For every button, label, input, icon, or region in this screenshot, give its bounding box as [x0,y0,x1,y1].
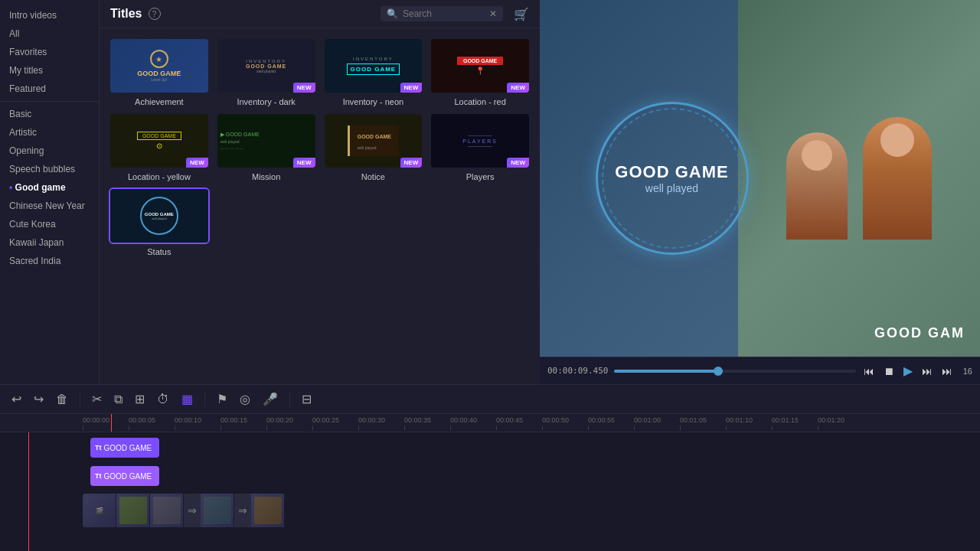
title-card-notice[interactable]: GOOD GAME well played NEW Notice [323,112,424,181]
video-clip[interactable]: 🎬 ⇒ ⇒ [83,494,297,527]
title-thumb-notice: GOOD GAME well played NEW [323,112,424,169]
sidebar-item-cute-korea[interactable]: Cute Korea [0,215,99,233]
title-thumb-location-yellow: GOOD GAME ⊙ NEW [109,112,210,169]
ruler-mark-2: 00:00:10 [175,416,220,430]
toolbar-separator-3 [289,392,290,407]
new-badge-notice: NEW [400,158,423,168]
sidebar-item-sacred-india[interactable]: Sacred India [0,252,99,270]
undo-button[interactable]: ↩ [9,390,24,409]
titles-grid: ★ GOOD GAME Level Up! Achievement [100,28,540,266]
preview-people-bg [738,0,980,357]
ruler-mark-10: 00:00:50 [542,416,588,430]
play-button[interactable]: ▶ [902,362,914,380]
audio-button[interactable]: 🎤 [260,390,280,409]
sidebar-item-artistic[interactable]: Artistic [0,123,99,142]
sidebar-divider [0,101,99,102]
transition-icon-2[interactable]: ⇒ [234,494,251,527]
title-card-achievement[interactable]: ★ GOOD GAME Level Up! Achievement [109,37,210,106]
timeline-ruler: 00:00:00 00:00:05 00:00:10 00:00:15 00:0… [0,414,980,432]
ruler-mark-4: 00:00:20 [266,416,312,430]
title-card-location-red[interactable]: GOOD GAME 📍 NEW Location - red [430,37,531,106]
title-track-row-2: Tt GOOD GAME [83,463,980,487]
playback-slider[interactable] [614,370,855,373]
video-segment-4 [251,494,285,527]
title-label-status: Status [147,247,171,256]
title-card-location-yellow[interactable]: GOOD GAME ⊙ NEW Location - yellow [109,112,210,181]
sidebar-item-good-game[interactable]: Good game [0,178,99,197]
title-thumb-achievement: ★ GOOD GAME Level Up! [109,37,210,94]
title-card-inventory-dark[interactable]: INVENTORY GOOD GAME well played NEW Inve… [216,37,317,106]
title-label-location-red: Location - red [454,97,505,106]
redo-button[interactable]: ↪ [31,390,46,409]
new-badge-location-yellow: NEW [186,158,208,168]
sidebar-item-all[interactable]: All [0,24,99,43]
flag-button[interactable]: ⚑ [214,390,230,409]
title-label-mission: Mission [252,172,280,181]
step-back-button[interactable]: ⏹ [882,364,896,379]
sidebar-item-favorites[interactable]: Favorites [0,43,99,61]
search-input[interactable] [403,8,485,19]
ruler-mark-0: 00:00:00 [83,416,129,430]
video-preview: GOOD GAME well played GOOD GAM [540,0,980,357]
title-card-mission[interactable]: ▶ GOOD GAME well played — — — — — NEW Mi… [216,112,317,181]
preview-corner-text: GOOD GAM [874,325,965,341]
ruler-marks: 00:00:00 00:00:05 00:00:10 00:00:15 00:0… [83,416,864,430]
title-card-inventory-neon[interactable]: INVENTORY GOOD GAME NEW Inventory - neon [323,37,424,106]
ruler-mark-5: 00:00:25 [312,416,358,430]
sidebar-item-chinese-new-year[interactable]: Chinese New Year [0,197,99,215]
stabilize-button[interactable]: ◎ [237,390,253,409]
panel-header: Titles ? 🔍 ✕ 🛒 [100,0,540,28]
title-track-row-1: Tt GOOD GAME [83,435,980,460]
title-label-inventory-neon: Inventory - neon [343,97,404,106]
transition-icon-1[interactable]: ⇒ [184,494,201,527]
title-label-players: Players [466,172,495,181]
new-badge-inventory-dark: NEW [293,83,315,93]
playback-thumb [714,367,723,376]
preview-subtitle: well played [645,182,698,194]
title-thumb-players: PLAYERS NEW [430,112,531,169]
ruler-mark-7: 00:00:35 [404,416,450,430]
ruler-mark-14: 00:01:10 [726,416,772,430]
preview-panel: GOOD GAME well played GOOD GAM 00:00:09.… [540,0,980,384]
cut-button[interactable]: ✂ [90,390,104,409]
title-label-achievement: Achievement [135,97,184,106]
cart-icon[interactable]: 🛒 [514,7,529,21]
title-clip-1[interactable]: Tt GOOD GAME [90,438,159,458]
toolbar-separator-1 [80,392,80,407]
video-segment-3 [201,494,234,527]
title-card-status[interactable]: GOOD GAME well played Status [109,187,210,256]
ruler-mark-6: 00:00:30 [358,416,404,430]
delete-button[interactable]: 🗑 [54,390,70,409]
sidebar-item-opening[interactable]: Opening [0,142,99,160]
split-button[interactable]: ⊞ [132,390,147,409]
info-icon[interactable]: ? [149,8,161,20]
sidebar-item-my-titles[interactable]: My titles [0,61,99,80]
skip-forward-button[interactable]: ⏭ [940,364,954,379]
sidebar-item-featured[interactable]: Featured [0,80,99,98]
new-badge-location-red: NEW [507,83,529,93]
timer-button[interactable]: ⏱ [155,390,172,409]
title-card-players[interactable]: PLAYERS NEW Players [430,112,531,181]
new-badge-mission: NEW [293,158,315,168]
preview-circle: GOOD GAME well played [596,102,749,255]
video-segment-1 [116,494,150,527]
new-badge-players: NEW [507,158,529,168]
layout-button[interactable]: ⊟ [299,390,314,409]
preview-game-title: GOOD GAME [615,162,728,182]
clear-icon[interactable]: ✕ [489,8,497,19]
sidebar-item-kawaii-japan[interactable]: Kawaii Japan [0,233,99,252]
ruler-mark-12: 00:01:00 [634,416,680,430]
title-thumb-inventory-neon: INVENTORY GOOD GAME NEW [323,37,424,94]
new-badge-inventory-neon: NEW [400,83,423,93]
color-button[interactable]: ▦ [179,390,195,409]
title-label-location-yellow: Location - yellow [128,172,191,181]
sidebar-item-basic[interactable]: Basic [0,105,99,123]
title-clip-2[interactable]: Tt GOOD GAME [90,466,159,486]
sidebar-item-intro-videos[interactable]: Intro videos [0,6,99,24]
skip-back-button[interactable]: ⏮ [862,364,876,379]
step-forward-button[interactable]: ⏭ [920,364,934,379]
ruler-mark-16: 00:01:20 [818,416,864,430]
sidebar-item-speech-bubbles[interactable]: Speech bubbles [0,160,99,178]
crop-button[interactable]: ⧉ [112,390,125,409]
timeline-tracks: Tt GOOD GAME Tt GOOD GAME 🎬 [0,432,980,551]
